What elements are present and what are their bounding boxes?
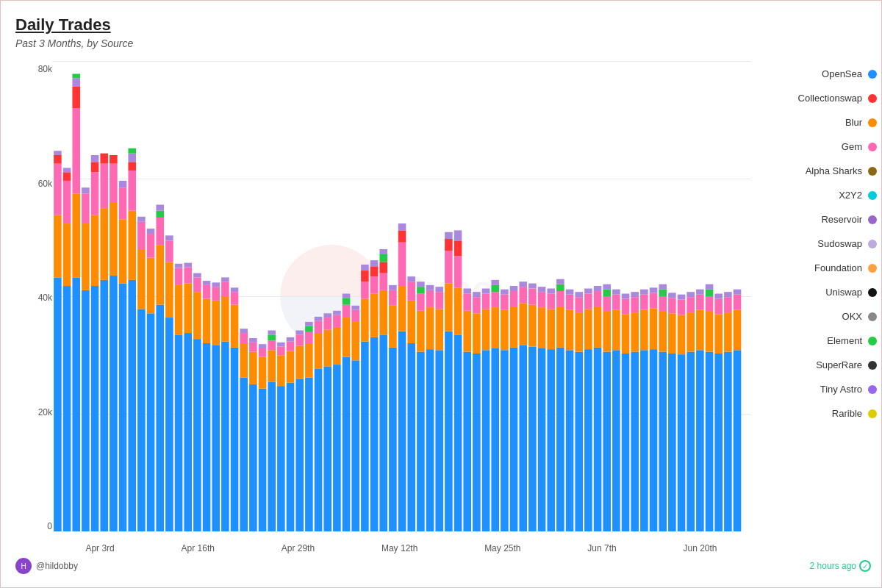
svg-rect-309 — [714, 314, 723, 354]
svg-rect-157 — [379, 254, 387, 262]
svg-rect-71 — [193, 273, 201, 278]
svg-rect-287 — [668, 354, 676, 531]
svg-rect-219 — [510, 286, 518, 291]
svg-rect-171 — [407, 276, 415, 282]
legend-label-element: Element — [827, 335, 862, 346]
username-label: @hildobby — [36, 561, 78, 571]
legend-panel[interactable]: OpenSea Collectionswap Blur Gem Alpha Sh… — [750, 61, 882, 487]
svg-rect-20 — [91, 286, 99, 531]
svg-rect-78 — [212, 287, 220, 301]
svg-rect-177 — [426, 349, 434, 531]
legend-label-x2y2: X2Y2 — [839, 190, 862, 201]
main-container: Daily Trades Past 3 Months, by Source 80… — [1, 1, 882, 588]
svg-rect-50 — [147, 229, 155, 234]
svg-rect-259 — [603, 296, 611, 312]
svg-rect-121 — [305, 322, 313, 326]
svg-rect-45 — [137, 222, 146, 249]
svg-rect-51 — [156, 305, 164, 531]
svg-rect-188 — [445, 239, 453, 251]
svg-rect-25 — [100, 280, 108, 531]
svg-rect-22 — [91, 172, 99, 215]
y-label-80k: 80k — [38, 64, 52, 74]
svg-rect-88 — [240, 378, 248, 531]
legend-item-superrare: SuperRare — [756, 359, 877, 370]
svg-rect-34 — [119, 219, 127, 283]
svg-rect-56 — [165, 318, 173, 531]
svg-rect-264 — [612, 295, 620, 310]
svg-rect-124 — [315, 321, 323, 333]
x-label-may25: May 25th — [484, 543, 520, 553]
svg-rect-276 — [640, 295, 648, 310]
svg-rect-203 — [482, 350, 490, 531]
svg-rect-215 — [501, 290, 509, 295]
time-label: 2 hours ago — [810, 561, 856, 571]
svg-rect-187 — [445, 251, 453, 283]
legend-label-superrare: SuperRare — [816, 359, 862, 370]
svg-rect-220 — [519, 345, 527, 531]
svg-rect-195 — [463, 352, 471, 531]
svg-rect-15 — [72, 74, 80, 78]
svg-rect-3 — [54, 155, 62, 164]
svg-rect-118 — [305, 343, 313, 378]
svg-rect-176 — [417, 282, 425, 287]
svg-rect-170 — [407, 282, 415, 301]
svg-rect-41 — [128, 154, 136, 162]
svg-rect-306 — [706, 290, 714, 296]
chart-title: Daily Trades — [15, 15, 882, 35]
svg-rect-299 — [696, 350, 704, 531]
svg-rect-201 — [473, 297, 481, 313]
svg-rect-119 — [305, 332, 313, 343]
svg-rect-111 — [287, 342, 295, 351]
svg-rect-149 — [370, 294, 379, 337]
svg-rect-184 — [435, 287, 443, 292]
svg-rect-100 — [268, 381, 276, 531]
svg-rect-240 — [556, 279, 564, 284]
svg-rect-11 — [72, 193, 80, 277]
svg-rect-28 — [100, 154, 108, 164]
svg-rect-68 — [193, 339, 201, 531]
bars-area: Dune — [52, 61, 750, 553]
svg-rect-229 — [538, 307, 546, 348]
svg-rect-206 — [482, 289, 490, 294]
legend-label-uniswap: Uniswap — [825, 287, 862, 298]
svg-rect-127 — [323, 329, 331, 366]
svg-rect-136 — [343, 305, 351, 318]
svg-rect-296 — [686, 312, 695, 352]
svg-rect-256 — [594, 286, 602, 291]
svg-rect-160 — [389, 306, 397, 348]
svg-rect-285 — [659, 290, 667, 296]
svg-rect-202 — [473, 292, 481, 297]
svg-rect-198 — [463, 289, 471, 294]
legend-label-sudoswap: Sudoswap — [817, 238, 862, 249]
svg-rect-70 — [193, 277, 201, 292]
svg-rect-129 — [323, 313, 331, 318]
svg-rect-209 — [491, 292, 499, 307]
legend-item-reservoir: Reservoir — [756, 214, 877, 225]
svg-rect-153 — [379, 334, 387, 531]
svg-rect-152 — [370, 260, 379, 266]
svg-rect-77 — [212, 301, 220, 345]
legend-dot-tinyastro — [868, 385, 877, 394]
legend-item-foundation: Foundation — [756, 262, 877, 273]
x-label-apr29: Apr 29th — [282, 543, 315, 553]
svg-rect-159 — [389, 348, 397, 531]
svg-rect-313 — [724, 312, 732, 352]
svg-rect-67 — [184, 263, 192, 268]
svg-rect-310 — [714, 298, 723, 314]
svg-rect-278 — [650, 349, 658, 531]
svg-rect-226 — [528, 289, 537, 305]
svg-rect-250 — [584, 309, 592, 349]
svg-rect-166 — [398, 230, 406, 242]
svg-rect-289 — [668, 298, 676, 313]
svg-rect-151 — [370, 266, 379, 276]
svg-rect-165 — [398, 243, 406, 286]
svg-rect-143 — [361, 342, 369, 531]
svg-rect-85 — [231, 305, 239, 348]
footer-time: 2 hours ago ✓ — [810, 560, 871, 572]
svg-rect-2 — [54, 164, 62, 215]
svg-rect-302 — [696, 290, 704, 295]
svg-rect-319 — [734, 290, 742, 295]
svg-rect-169 — [407, 301, 415, 343]
svg-rect-284 — [659, 296, 667, 312]
svg-rect-298 — [686, 292, 695, 297]
